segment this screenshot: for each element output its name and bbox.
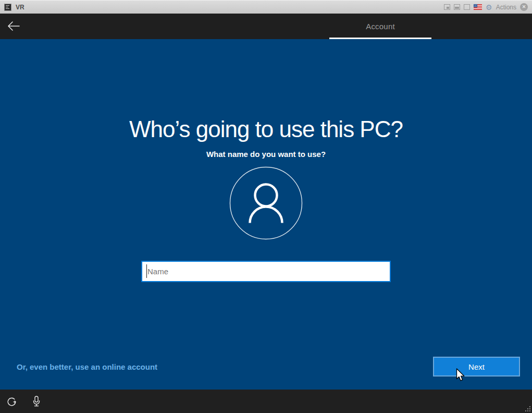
microphone-button[interactable]: [30, 395, 43, 408]
tab-account-label: Account: [366, 22, 395, 31]
close-button[interactable]: ✕: [520, 3, 528, 11]
us-flag-icon[interactable]: [474, 4, 482, 10]
view-size-full-button[interactable]: [464, 4, 470, 10]
online-account-link[interactable]: Or, even better, use an online account: [17, 362, 157, 371]
ease-of-access-icon: [6, 396, 17, 407]
setup-header: Account: [0, 14, 532, 39]
microphone-icon: [32, 396, 41, 407]
actions-menu-button[interactable]: Actions: [496, 4, 516, 11]
user-avatar-icon: [229, 166, 303, 240]
back-button[interactable]: [5, 18, 22, 34]
text-caret: [146, 264, 147, 278]
bottom-fill-icon: [455, 7, 459, 9]
page-subtitle: What name do you want to use?: [0, 150, 532, 159]
page-title: Who’s going to use this PC?: [0, 116, 532, 142]
ease-of-access-button[interactable]: [5, 395, 18, 408]
account-setup-page: Who’s going to use this PC? What name do…: [0, 39, 532, 390]
view-size-bottom-button[interactable]: [454, 4, 460, 10]
titlebar: VR ⚙ Actions ✕: [0, 0, 532, 14]
titlebar-left: VR: [4, 4, 24, 11]
name-input[interactable]: [141, 261, 391, 282]
gear-icon[interactable]: ⚙: [486, 4, 492, 11]
avatar: [229, 166, 303, 240]
vm-viewer-window: VR ⚙ Actions ✕: [0, 0, 532, 413]
app-icon: [4, 4, 11, 11]
view-size-corner-button[interactable]: [444, 4, 450, 10]
close-icon: ✕: [522, 4, 526, 9]
footer-bar: [0, 390, 532, 413]
titlebar-controls: ⚙ Actions ✕: [444, 3, 528, 11]
window-title: VR: [16, 4, 24, 11]
corner-fill-icon: [447, 7, 449, 9]
tab-account[interactable]: Account: [329, 14, 431, 39]
next-button[interactable]: Next: [433, 357, 520, 376]
name-field-wrapper: [141, 261, 391, 282]
back-arrow-icon: [7, 21, 20, 31]
resize-grip[interactable]: [524, 405, 531, 412]
